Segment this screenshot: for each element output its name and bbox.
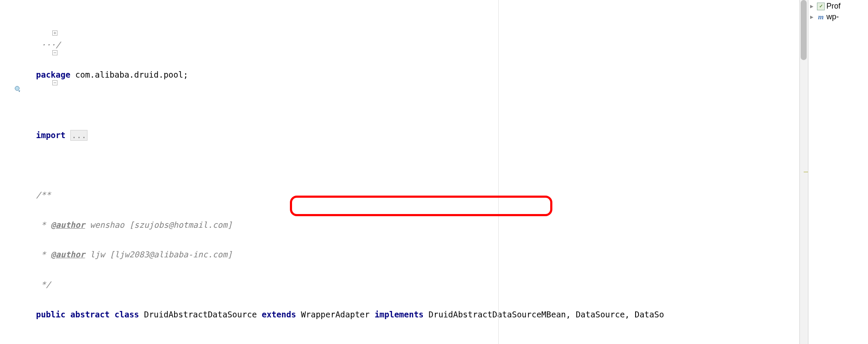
project-tool-window[interactable]: ▶ ✓ Prof ▶ m wp- bbox=[808, 0, 868, 344]
fold-end-icon[interactable] bbox=[52, 80, 57, 85]
code-line bbox=[36, 100, 799, 110]
code-line: */ bbox=[36, 280, 799, 290]
folded-imports[interactable]: ... bbox=[70, 130, 87, 141]
maven-icon: m bbox=[817, 13, 825, 21]
editor-scrollbar[interactable] bbox=[799, 0, 808, 344]
tree-item-label: wp- bbox=[826, 12, 839, 21]
right-margin-guide bbox=[498, 0, 499, 344]
code-line: public abstract class DruidAbstractDataS… bbox=[36, 310, 799, 320]
code-editor[interactable]: ···/ package com.alibaba.druid.pool; imp… bbox=[24, 0, 799, 344]
code-line: * @author ljw [ljw2083@alibaba-inc.com] bbox=[36, 250, 799, 260]
tree-expand-icon[interactable]: ▶ bbox=[810, 4, 815, 9]
file-icon: ✓ bbox=[817, 3, 825, 10]
tree-item-wp[interactable]: ▶ m wp- bbox=[808, 12, 868, 22]
svg-point-0 bbox=[15, 86, 19, 91]
tree-expand-icon[interactable]: ▶ bbox=[810, 15, 815, 19]
code-line: * @author wenshao [szujobs@hotmail.com] bbox=[36, 220, 799, 230]
code-line bbox=[36, 340, 799, 344]
editor-gutter bbox=[0, 0, 24, 344]
code-line: package com.alibaba.druid.pool; bbox=[36, 70, 799, 80]
scrollbar-thumb[interactable] bbox=[801, 0, 807, 60]
code-line: /** bbox=[36, 190, 799, 200]
code-line: ···/ bbox=[36, 40, 799, 50]
code-line bbox=[36, 160, 799, 170]
fold-collapse-icon[interactable] bbox=[52, 50, 57, 55]
tree-item-profile[interactable]: ▶ ✓ Prof bbox=[808, 1, 868, 12]
fold-expand-icon[interactable] bbox=[52, 30, 57, 36]
code-line: import ... bbox=[36, 130, 799, 140]
error-stripe-mark[interactable] bbox=[804, 172, 808, 172]
override-marker-icon[interactable] bbox=[15, 86, 21, 93]
tree-item-label: Prof bbox=[826, 2, 841, 11]
